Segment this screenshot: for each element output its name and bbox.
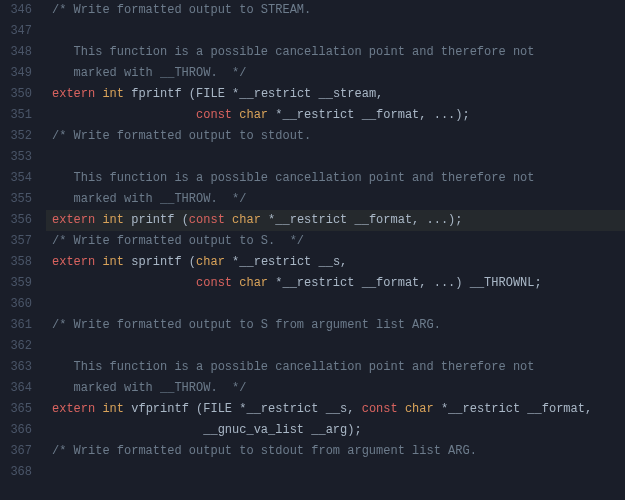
line-number: 357	[0, 231, 32, 252]
token-comment: /* Write formatted output to STREAM.	[52, 3, 311, 17]
token-comment: marked with __THROW. */	[52, 381, 246, 395]
line-number: 368	[0, 462, 32, 483]
token-keyword: const	[196, 108, 232, 122]
token-keyword: const	[362, 402, 398, 416]
line-number: 346	[0, 0, 32, 21]
line-number: 348	[0, 42, 32, 63]
token-type: char	[405, 402, 434, 416]
line-number: 364	[0, 378, 32, 399]
token-punct: *__restrict __stream,	[225, 87, 383, 101]
token-punct: (	[182, 255, 196, 269]
code-line[interactable]: This function is a possible cancellation…	[46, 357, 625, 378]
token-punct: __gnuc_va_list __arg);	[52, 423, 362, 437]
code-line[interactable]	[46, 21, 625, 42]
token-punct: *__restrict __s,	[225, 255, 347, 269]
line-number: 352	[0, 126, 32, 147]
code-line[interactable]: extern int sprintf (char *__restrict __s…	[46, 252, 625, 273]
token-func: printf	[131, 213, 174, 227]
token-func: sprintf	[131, 255, 181, 269]
token-comment: This function is a possible cancellation…	[52, 360, 534, 374]
token-keyword: extern	[52, 213, 95, 227]
token-type: char	[239, 276, 268, 290]
line-number: 354	[0, 168, 32, 189]
line-number: 360	[0, 294, 32, 315]
token	[398, 402, 405, 416]
code-line[interactable]: marked with __THROW. */	[46, 63, 625, 84]
token-punct: (	[189, 402, 203, 416]
token-punct: (	[182, 87, 196, 101]
token-keyword: const	[189, 213, 225, 227]
token-comment: /* Write formatted output to S. */	[52, 234, 304, 248]
code-area[interactable]: /* Write formatted output to STREAM. Thi…	[46, 0, 625, 500]
token-punct: *__restrict __format, ...) __THROWNL;	[268, 276, 542, 290]
code-line[interactable]	[46, 147, 625, 168]
code-line[interactable]: This function is a possible cancellation…	[46, 168, 625, 189]
token-keyword: extern	[52, 402, 95, 416]
code-line[interactable]: /* Write formatted output to stdout from…	[46, 441, 625, 462]
token-comment: This function is a possible cancellation…	[52, 45, 534, 59]
code-editor[interactable]: 3463473483493503513523533543553563573583…	[0, 0, 625, 500]
token-comment: /* Write formatted output to S from argu…	[52, 318, 441, 332]
line-number: 359	[0, 273, 32, 294]
code-line[interactable]: const char *__restrict __format, ...) __…	[46, 273, 625, 294]
token-punct: *__restrict __format,	[434, 402, 592, 416]
token-type: char	[239, 108, 268, 122]
token-keyword: const	[196, 276, 232, 290]
line-number: 361	[0, 315, 32, 336]
code-line[interactable]: __gnuc_va_list __arg);	[46, 420, 625, 441]
token-func: fprintf	[131, 87, 181, 101]
code-line[interactable]: extern int fprintf (FILE *__restrict __s…	[46, 84, 625, 105]
code-line[interactable]	[46, 336, 625, 357]
code-line[interactable]: marked with __THROW. */	[46, 189, 625, 210]
code-line[interactable]: extern int printf (const char *__restric…	[46, 210, 625, 231]
token-type: int	[102, 402, 124, 416]
token-comment: /* Write formatted output to stdout.	[52, 129, 311, 143]
code-line[interactable]	[46, 462, 625, 483]
token-type: char	[196, 255, 225, 269]
token-punct: (	[174, 213, 188, 227]
token-type: int	[102, 255, 124, 269]
token-punct: *__restrict __s,	[232, 402, 362, 416]
token-comment: marked with __THROW. */	[52, 66, 246, 80]
code-line[interactable]: marked with __THROW. */	[46, 378, 625, 399]
token	[52, 108, 196, 122]
token-comment: /* Write formatted output to stdout from…	[52, 444, 477, 458]
code-line[interactable]: /* Write formatted output to STREAM.	[46, 0, 625, 21]
token	[52, 276, 196, 290]
code-line[interactable]: /* Write formatted output to S from argu…	[46, 315, 625, 336]
code-line[interactable]: /* Write formatted output to S. */	[46, 231, 625, 252]
line-number: 358	[0, 252, 32, 273]
line-number: 353	[0, 147, 32, 168]
line-number: 355	[0, 189, 32, 210]
token-punct: *__restrict __format, ...);	[261, 213, 463, 227]
token	[225, 213, 232, 227]
code-line[interactable]: This function is a possible cancellation…	[46, 42, 625, 63]
line-number: 362	[0, 336, 32, 357]
line-number: 349	[0, 63, 32, 84]
code-line[interactable]: const char *__restrict __format, ...);	[46, 105, 625, 126]
token-punct: *__restrict __format, ...);	[268, 108, 470, 122]
line-number: 350	[0, 84, 32, 105]
token-ident: FILE	[196, 87, 225, 101]
line-number: 365	[0, 399, 32, 420]
token-type: int	[102, 87, 124, 101]
token-comment: marked with __THROW. */	[52, 192, 246, 206]
token-comment: This function is a possible cancellation…	[52, 171, 534, 185]
token-ident: FILE	[203, 402, 232, 416]
line-number: 366	[0, 420, 32, 441]
token-func: vfprintf	[131, 402, 189, 416]
line-number-gutter: 3463473483493503513523533543553563573583…	[0, 0, 46, 500]
line-number: 363	[0, 357, 32, 378]
token-type: char	[232, 213, 261, 227]
code-line[interactable]: extern int vfprintf (FILE *__restrict __…	[46, 399, 625, 420]
token-keyword: extern	[52, 87, 95, 101]
line-number: 347	[0, 21, 32, 42]
line-number: 367	[0, 441, 32, 462]
code-line[interactable]	[46, 294, 625, 315]
token-keyword: extern	[52, 255, 95, 269]
line-number: 356	[0, 210, 32, 231]
token-type: int	[102, 213, 124, 227]
line-number: 351	[0, 105, 32, 126]
code-line[interactable]: /* Write formatted output to stdout.	[46, 126, 625, 147]
